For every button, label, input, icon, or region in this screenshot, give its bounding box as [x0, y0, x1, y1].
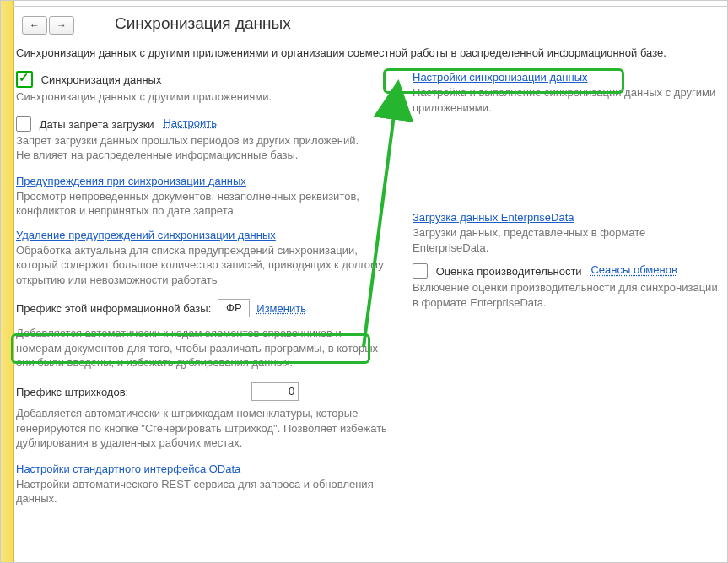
perf-sessions-link[interactable]: Сеансы обменов — [590, 264, 677, 277]
sync-row: Синхронизация данных — [16, 71, 387, 88]
load-ed-link[interactable]: Загрузка данных EnterpriseData — [413, 211, 574, 224]
prefix-row: Префикс этой информационной базы: ФР Изм… — [16, 299, 387, 317]
sync-settings-link[interactable]: Настройки синхронизации данных — [413, 71, 588, 84]
barcode-label: Префикс штрихкодов: — [16, 386, 128, 398]
perf-row: Оценка производительности Сеансы обменов — [413, 263, 719, 279]
perf-desc: Включение оценки производительности для … — [413, 280, 719, 310]
sync-label: Синхронизация данных — [41, 73, 162, 86]
intro-text: Синхронизация данных с другими приложени… — [16, 46, 719, 59]
perf-checkbox[interactable] — [413, 263, 428, 279]
prefix-desc: Добавляется автоматически к кодам элемен… — [16, 326, 387, 371]
sync-checkbox[interactable] — [16, 71, 33, 88]
barcode-value[interactable]: 0 — [251, 382, 299, 401]
perf-label: Оценка производительности — [436, 265, 582, 278]
dates-checkbox[interactable] — [16, 116, 31, 132]
dates-desc: Запрет загрузки данных прошлых периодов … — [16, 133, 387, 163]
dates-label: Даты запрета загрузки — [40, 117, 154, 130]
warnings-link[interactable]: Предупреждения при синхронизации данных — [16, 175, 246, 187]
sync-desc: Синхронизация данных с другими приложени… — [16, 89, 387, 105]
delete-warnings-link[interactable]: Удаление предупреждений синхронизации да… — [16, 229, 276, 241]
odata-link[interactable]: Настройки стандартного интерфейса OData — [16, 463, 240, 475]
tabstrip — [13, 1, 727, 7]
sync-settings-desc: Настройка и выполнение синхронизации дан… — [413, 85, 719, 115]
load-ed-desc: Загрузки данных, представленных в формат… — [413, 225, 719, 255]
nav-buttons: ←→ — [22, 16, 76, 35]
prefix-label: Префикс этой информационной базы: — [16, 302, 211, 315]
yellow-sidebar — [1, 1, 14, 563]
dates-row: Даты запрета загрузки Настроить — [16, 116, 387, 132]
odata-desc: Настройки автоматического REST-сервиса д… — [16, 477, 387, 506]
dates-configure-link[interactable]: Настроить — [163, 116, 217, 129]
prefix-change-link[interactable]: Изменить — [256, 302, 306, 315]
prefix-value[interactable]: ФР — [218, 299, 250, 317]
barcode-desc: Добавляется автоматически к штрихкодам н… — [16, 406, 387, 451]
forward-button[interactable]: → — [49, 16, 74, 35]
page-title: Синхронизация данных — [115, 14, 291, 33]
delete-warnings-desc: Обработка актуальна для списка предупреж… — [16, 243, 387, 288]
warnings-desc: Просмотр непроведенных документов, незап… — [16, 189, 387, 219]
back-button[interactable]: ← — [22, 16, 47, 35]
barcode-row: Префикс штрихкодов: 0 — [16, 382, 387, 401]
